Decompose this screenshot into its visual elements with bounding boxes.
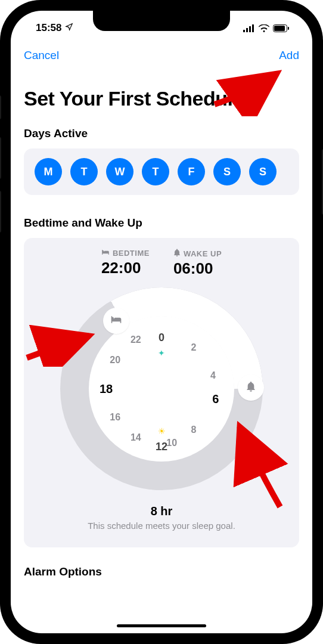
sparkle-icon: ✦ bbox=[158, 348, 165, 358]
bed-icon bbox=[110, 315, 122, 327]
days-active-title: Days Active bbox=[24, 127, 299, 140]
svg-rect-6 bbox=[288, 27, 289, 30]
add-button[interactable]: Add bbox=[279, 49, 299, 62]
bell-icon bbox=[173, 249, 181, 258]
bed-icon bbox=[101, 249, 110, 258]
cancel-button[interactable]: Cancel bbox=[24, 49, 59, 62]
clock-hour-10: 10 bbox=[166, 438, 177, 448]
alarm-options-title: Alarm Options bbox=[24, 565, 299, 578]
wifi-icon bbox=[259, 24, 269, 32]
clock-hour-18: 18 bbox=[100, 382, 113, 396]
clock-hour-20: 20 bbox=[110, 355, 120, 366]
day-chip-wed[interactable]: W bbox=[106, 158, 133, 185]
clock-hour-12: 12 bbox=[156, 441, 167, 453]
wakeup-handle[interactable] bbox=[238, 374, 264, 401]
day-chip-thu[interactable]: T bbox=[142, 158, 169, 185]
clock-hour-2: 2 bbox=[191, 342, 197, 353]
day-chip-sun[interactable]: S bbox=[249, 158, 277, 185]
clock-hour-0: 0 bbox=[159, 331, 164, 343]
clock-hour-16: 16 bbox=[110, 412, 120, 423]
day-chip-mon[interactable]: M bbox=[35, 158, 62, 185]
sleep-goal-note: This schedule meets your sleep goal. bbox=[35, 521, 288, 531]
cellular-icon bbox=[243, 24, 255, 32]
page-title: Set Your First Schedule bbox=[24, 87, 299, 110]
nav-bar: Cancel Add bbox=[11, 39, 312, 68]
clock-face: 0 2 4 6 8 10 12 14 16 18 20 22 ✦ ☀ bbox=[97, 324, 226, 453]
sleep-duration: 8 hr bbox=[35, 504, 288, 518]
bedtime-handle[interactable] bbox=[103, 308, 129, 334]
clock-hour-6: 6 bbox=[212, 392, 219, 406]
battery-icon bbox=[273, 24, 290, 32]
wakeup-label: WAKE UP bbox=[173, 249, 222, 258]
sun-icon: ☀ bbox=[158, 426, 166, 436]
wakeup-value: 06:00 bbox=[173, 259, 222, 278]
svg-rect-1 bbox=[246, 28, 248, 32]
side-button-silent bbox=[0, 95, 1, 119]
clock-hour-14: 14 bbox=[131, 432, 141, 443]
days-active-card: M T W T F S S bbox=[24, 148, 299, 195]
phone-frame: 15:58 Cancel Add S bbox=[0, 0, 323, 644]
bedtime-section-title: Bedtime and Wake Up bbox=[24, 216, 299, 230]
location-icon bbox=[65, 22, 73, 34]
bell-icon bbox=[246, 381, 256, 394]
status-time: 15:58 bbox=[36, 22, 61, 34]
side-button-volume-up bbox=[0, 137, 1, 179]
notch bbox=[93, 11, 230, 31]
clock-hour-8: 8 bbox=[191, 425, 197, 435]
svg-rect-3 bbox=[252, 24, 254, 32]
sleep-dial[interactable]: 0 2 4 6 8 10 12 14 16 18 20 22 ✦ ☀ bbox=[60, 287, 263, 490]
svg-rect-2 bbox=[249, 26, 251, 32]
bedtime-card: BEDTIME 22:00 WAKE UP 06:00 bbox=[24, 238, 299, 547]
svg-rect-0 bbox=[243, 30, 245, 32]
day-chip-tue[interactable]: T bbox=[70, 158, 98, 185]
svg-rect-5 bbox=[274, 26, 285, 31]
clock-hour-22: 22 bbox=[131, 335, 141, 345]
phone-screen: 15:58 Cancel Add S bbox=[11, 11, 312, 633]
clock-hour-4: 4 bbox=[210, 370, 216, 381]
bedtime-value: 22:00 bbox=[101, 259, 150, 277]
day-chip-sat[interactable]: S bbox=[213, 158, 241, 185]
day-chip-fri[interactable]: F bbox=[178, 158, 205, 185]
bedtime-label: BEDTIME bbox=[101, 249, 150, 258]
side-button-volume-down bbox=[0, 191, 1, 233]
home-indicator[interactable] bbox=[117, 624, 206, 627]
sleep-summary: 8 hr This schedule meets your sleep goal… bbox=[35, 504, 288, 531]
